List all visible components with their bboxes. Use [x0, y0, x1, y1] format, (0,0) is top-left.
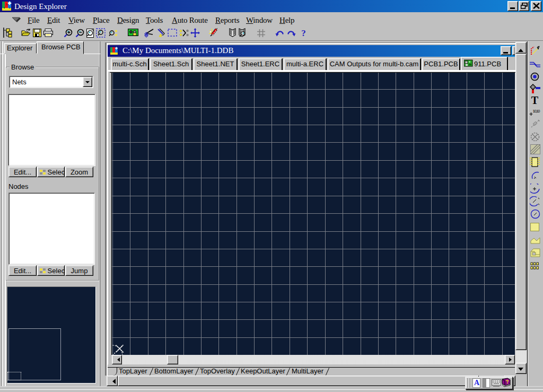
svg-text:?: ? — [301, 29, 306, 38]
svg-text:T: T — [531, 96, 539, 105]
svg-text:10,10: 10,10 — [533, 109, 540, 114]
